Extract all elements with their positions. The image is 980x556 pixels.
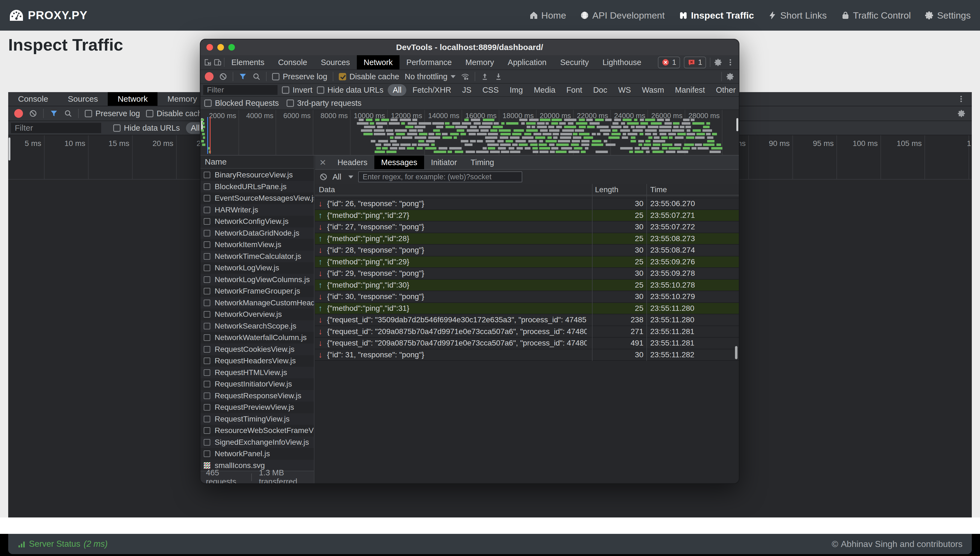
- network-settings-gear-icon[interactable]: [957, 109, 966, 118]
- filter-input[interactable]: [11, 123, 101, 133]
- message-row[interactable]: ↓{"id": 31, "response": "pong"}3023:55:1…: [315, 349, 739, 361]
- request-row[interactable]: HARWriter.js: [201, 204, 314, 216]
- request-row[interactable]: RequestResponseView.js: [201, 390, 314, 402]
- message-type-dropdown[interactable]: All: [333, 173, 353, 181]
- data-column-header[interactable]: Data: [319, 184, 335, 196]
- request-row[interactable]: NetworkDataGridNode.js: [201, 228, 314, 239]
- request-row[interactable]: NetworkSearchScope.js: [201, 320, 314, 332]
- close-window-button[interactable]: [207, 44, 213, 50]
- message-row[interactable]: ↓{"id": 26, "response": "pong"}3023:55:0…: [315, 198, 739, 210]
- message-row[interactable]: ↓{"id": 27, "response": "pong"}3023:55:0…: [315, 221, 739, 233]
- row-checkbox[interactable]: [204, 323, 210, 330]
- row-checkbox[interactable]: [204, 439, 210, 446]
- device-toolbar-icon[interactable]: [213, 58, 222, 66]
- row-checkbox[interactable]: [204, 311, 210, 318]
- row-checkbox[interactable]: [204, 300, 210, 306]
- row-checkbox[interactable]: [204, 218, 210, 225]
- search-icon[interactable]: [252, 73, 260, 81]
- request-row[interactable]: BlockedURLsPane.js: [201, 181, 314, 193]
- network-conditions-icon[interactable]: [461, 73, 469, 81]
- preserve-log-checkbox[interactable]: Preserve log: [272, 72, 327, 81]
- vertical-scrollbar-thumb[interactable]: [735, 346, 737, 359]
- devtools-tab-elements[interactable]: Elements: [225, 55, 271, 70]
- request-row[interactable]: NetworkLogViewColumns.js: [201, 274, 314, 286]
- network-overview-waterfall[interactable]: 2000 ms4000 ms6000 ms8000 ms10000 ms1200…: [201, 110, 739, 155]
- network-settings-gear-icon[interactable]: [726, 73, 734, 81]
- request-row[interactable]: RequestCookiesView.js: [201, 344, 314, 356]
- kebab-menu-icon[interactable]: [957, 95, 965, 103]
- type-pill-wasm[interactable]: Wasm: [637, 84, 669, 96]
- issues-badge[interactable]: 1: [684, 57, 706, 68]
- type-pill-ws[interactable]: WS: [613, 84, 636, 96]
- devtools-settings-gear-icon[interactable]: [714, 58, 723, 66]
- row-checkbox[interactable]: [204, 416, 210, 422]
- type-pill-fetch-xhr[interactable]: Fetch/XHR: [408, 84, 456, 96]
- row-checkbox[interactable]: [204, 334, 210, 341]
- row-checkbox[interactable]: [204, 381, 210, 387]
- row-checkbox[interactable]: [204, 183, 210, 190]
- request-row[interactable]: NetworkTimeCalculator.js: [201, 251, 314, 262]
- request-row[interactable]: NetworkManageCustomHead...: [201, 297, 314, 309]
- hide-data-urls-checkbox[interactable]: Hide data URLs: [317, 86, 383, 95]
- brand[interactable]: PROXY.PY: [9, 9, 87, 22]
- message-row[interactable]: ↓{"id": 29, "response": "pong"}3023:55:0…: [315, 268, 739, 280]
- filter-input[interactable]: [203, 85, 278, 95]
- row-checkbox[interactable]: [204, 427, 210, 434]
- message-row[interactable]: ↓{"id": 28, "response": "pong"}3023:55:0…: [315, 245, 739, 256]
- type-pill-other[interactable]: Other: [711, 84, 739, 96]
- column-divider[interactable]: [647, 184, 647, 361]
- disable-cache-checkbox[interactable]: Disable cache: [146, 109, 207, 118]
- row-checkbox[interactable]: [204, 393, 210, 399]
- zoom-window-button[interactable]: [228, 44, 235, 50]
- devtools-tab-security[interactable]: Security: [553, 55, 596, 70]
- nav-item-inspect-traffic[interactable]: Inspect Traffic: [679, 10, 754, 21]
- errors-badge[interactable]: 1: [658, 57, 680, 68]
- detail-tab-timing[interactable]: Timing: [464, 155, 501, 169]
- bg-tab-network[interactable]: Network: [108, 92, 157, 106]
- record-button[interactable]: [205, 72, 213, 81]
- type-pill-img[interactable]: Img: [505, 84, 528, 96]
- type-pill-js[interactable]: JS: [457, 84, 476, 96]
- column-divider[interactable]: [592, 184, 592, 361]
- devtools-tab-lighthouse[interactable]: Lighthouse: [595, 55, 648, 70]
- request-row[interactable]: RequestPreviewView.js: [201, 402, 314, 413]
- throttling-dropdown[interactable]: No throttling: [405, 72, 456, 81]
- name-column-header[interactable]: Name: [201, 155, 314, 169]
- message-row[interactable]: ↓{"id": 30, "response": "pong"}3023:55:1…: [315, 291, 739, 303]
- length-column-header[interactable]: Length: [595, 184, 619, 196]
- detail-tab-initiator[interactable]: Initiator: [424, 155, 464, 169]
- devtools-tab-application[interactable]: Application: [501, 55, 553, 70]
- minimize-window-button[interactable]: [217, 44, 224, 50]
- message-row[interactable]: ↑{"method":"ping","id":31}2523:55:11.280: [315, 303, 739, 315]
- request-row[interactable]: BinaryResourceView.js: [201, 169, 314, 181]
- message-row[interactable]: ↑{"method":"ping","id":28}2523:55:08.273: [315, 233, 739, 245]
- nav-item-api-development[interactable]: API Development: [580, 10, 665, 21]
- request-row[interactable]: SignedExchangeInfoView.js: [201, 436, 314, 448]
- row-checkbox[interactable]: [204, 265, 210, 271]
- row-checkbox[interactable]: [204, 404, 210, 411]
- disable-cache-checkbox[interactable]: Disable cache: [339, 72, 399, 81]
- row-checkbox[interactable]: [204, 276, 210, 283]
- request-row[interactable]: RequestInitiatorView.js: [201, 378, 314, 390]
- request-row[interactable]: NetworkFrameGrouper.js: [201, 285, 314, 297]
- request-row[interactable]: NetworkLogView.js: [201, 262, 314, 274]
- filter-icon[interactable]: [239, 73, 247, 81]
- bg-tab-console[interactable]: Console: [8, 92, 58, 106]
- message-row[interactable]: ↑{"method":"ping","id":29}2523:55:09.276: [315, 256, 739, 268]
- devtools-tab-sources[interactable]: Sources: [314, 55, 357, 70]
- devtools-tab-network[interactable]: Network: [357, 55, 399, 70]
- nav-item-home[interactable]: Home: [529, 10, 566, 21]
- nav-item-short-links[interactable]: Short Links: [768, 10, 826, 21]
- devtools-titlebar[interactable]: DevTools - localhost:8899/dashboard/: [201, 39, 739, 55]
- close-icon[interactable]: ✕: [315, 158, 331, 167]
- export-har-icon[interactable]: [494, 73, 503, 81]
- devtools-tab-performance[interactable]: Performance: [399, 55, 459, 70]
- server-status[interactable]: Server Status (2 ms): [18, 539, 108, 549]
- request-row[interactable]: RequestTimingView.js: [201, 413, 314, 425]
- message-row[interactable]: ↓{"request_id": "209a0875b70a47d9971e0e7…: [315, 338, 739, 349]
- type-pill-css[interactable]: CSS: [477, 84, 504, 96]
- type-pill-media[interactable]: Media: [529, 84, 560, 96]
- hide-data-urls-checkbox[interactable]: Hide data URLs: [113, 124, 180, 133]
- request-row[interactable]: RequestHeadersView.js: [201, 355, 314, 367]
- time-column-header[interactable]: Time: [650, 184, 667, 196]
